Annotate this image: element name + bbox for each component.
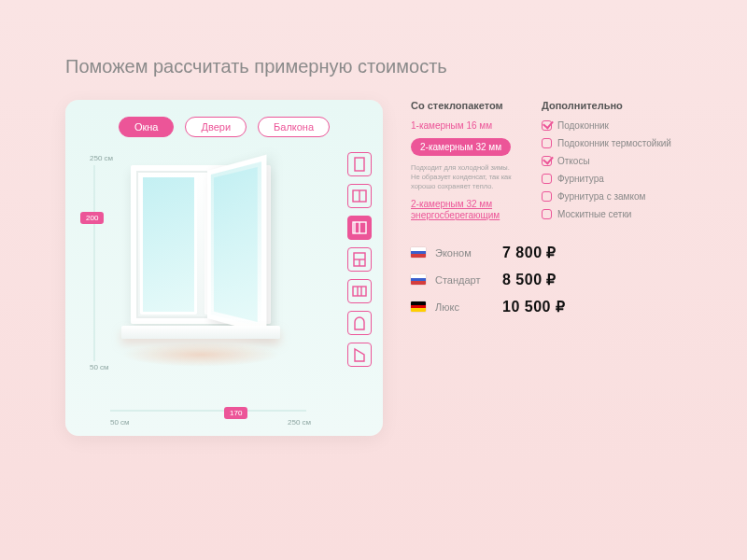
height-slider-track[interactable]	[93, 165, 95, 361]
price-standard: Стандарт 8 500 ₽	[411, 271, 671, 288]
extras-heading: Дополнительно	[542, 100, 671, 111]
checkbox-icon	[542, 174, 552, 184]
extra-label: Подоконник термостойкий	[557, 138, 671, 148]
checkbox-icon	[542, 209, 552, 219]
height-slider-thumb[interactable]: 200	[80, 212, 104, 224]
tier-name: Люкс	[435, 301, 493, 313]
extra-label: Подоконник	[557, 120, 609, 131]
checkbox-icon	[542, 120, 552, 131]
price-list: Эконом 7 800 ₽ Стандарт 8 500 ₽ Люкс 10 …	[411, 244, 671, 315]
tier-price: 8 500 ₽	[502, 271, 557, 288]
window-illustration	[131, 165, 299, 361]
shape-t-split[interactable]	[347, 247, 372, 272]
height-max-label: 250 см	[90, 154, 113, 162]
glass-note: Подходит для холодной зимы. Не образует …	[411, 163, 514, 191]
tab-balcony[interactable]: Балкона	[258, 117, 330, 137]
product-tabs: Окна Двери Балкона	[82, 117, 366, 137]
extra-mosquito[interactable]: Москитные сетки	[542, 209, 671, 219]
extra-sill-heat[interactable]: Подоконник термостойкий	[542, 138, 671, 148]
width-slider-track[interactable]	[110, 410, 306, 412]
page-title: Поможем рассчитать примерную стоимость	[65, 56, 682, 77]
width-slider-thumb[interactable]: 170	[224, 407, 247, 419]
extra-label: Фурнитура	[557, 174, 604, 184]
checkbox-icon	[542, 138, 552, 148]
configurator-card: Окна Двери Балкона 250 см 50 см 200 50 с…	[65, 100, 383, 436]
glass-column: Со стеклопакетом 1-камерным 16 мм 2-каме…	[411, 100, 514, 221]
tab-windows[interactable]: Окна	[119, 117, 175, 137]
extra-slopes[interactable]: Откосы	[542, 156, 671, 166]
checkbox-icon	[542, 156, 552, 166]
extras-column: Дополнительно Подоконник Подоконник терм…	[542, 100, 671, 221]
checkbox-icon	[542, 191, 552, 202]
tier-name: Стандарт	[435, 274, 493, 286]
flag-de-icon	[411, 301, 426, 312]
shape-palette	[347, 152, 372, 367]
tier-price: 10 500 ₽	[502, 298, 565, 315]
shape-single[interactable]	[347, 152, 372, 176]
extra-label: Откосы	[557, 156, 590, 166]
shape-arch[interactable]	[347, 311, 372, 335]
price-economy: Эконом 7 800 ₽	[411, 244, 671, 261]
price-lux: Люкс 10 500 ₽	[411, 298, 671, 315]
glass-option-1[interactable]: 1-камерным 16 мм	[411, 120, 514, 131]
shape-double[interactable]	[347, 184, 372, 208]
width-max-label: 250 см	[288, 418, 311, 427]
extra-sill[interactable]: Подоконник	[542, 120, 671, 131]
shape-double-open[interactable]	[347, 216, 372, 240]
shape-triple[interactable]	[347, 279, 372, 303]
flag-ru-icon	[411, 247, 426, 258]
tab-doors[interactable]: Двери	[185, 117, 247, 137]
height-min-label: 50 см	[90, 363, 109, 371]
tier-price: 7 800 ₽	[502, 244, 557, 261]
glass-heading: Со стеклопакетом	[411, 100, 514, 111]
extra-label: Фурнитура с замком	[557, 191, 645, 202]
shape-angle[interactable]	[347, 343, 372, 367]
extra-hardware-lock[interactable]: Фурнитура с замком	[542, 191, 671, 202]
extra-label: Москитные сетки	[557, 209, 631, 219]
svg-rect-0	[355, 158, 364, 171]
flag-ru-icon	[411, 274, 426, 285]
extra-hardware[interactable]: Фурнитура	[542, 174, 671, 184]
svg-rect-9	[353, 287, 366, 296]
glass-option-3[interactable]: 2-камерным 32 мм энергосберегающим	[411, 199, 514, 221]
width-min-label: 50 см	[110, 418, 130, 427]
glass-option-2[interactable]: 2-камерным 32 мм	[411, 138, 511, 156]
tier-name: Эконом	[435, 247, 493, 259]
